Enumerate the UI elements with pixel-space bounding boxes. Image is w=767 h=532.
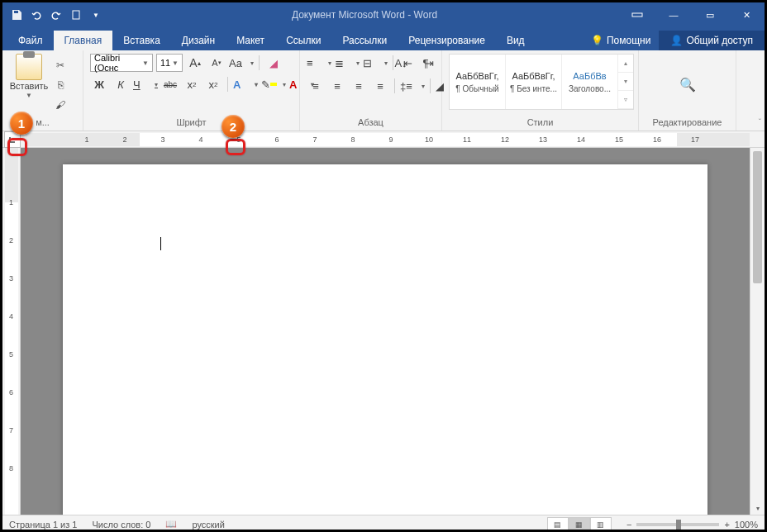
tab-mailings[interactable]: Рассылки	[331, 31, 398, 50]
cut-icon[interactable]: ✂	[52, 57, 69, 74]
italic-button[interactable]: К	[112, 75, 130, 93]
close-icon[interactable]: ✕	[728, 2, 765, 27]
ribbon-options-icon[interactable]	[619, 2, 655, 27]
format-painter-icon[interactable]: 🖌	[52, 97, 69, 113]
subscript-icon[interactable]: x2	[183, 75, 201, 93]
annotation-1: 1	[10, 112, 33, 135]
superscript-icon[interactable]: x2	[204, 75, 222, 93]
svg-rect-0	[73, 11, 79, 19]
zoom-level[interactable]: 100%	[735, 520, 758, 530]
grow-font-icon[interactable]: A▴	[186, 54, 204, 72]
text-cursor	[160, 237, 161, 250]
collapse-ribbon-icon[interactable]: ˇ	[759, 118, 761, 127]
tab-file[interactable]: Файл	[7, 31, 54, 50]
font-size-select[interactable]: 11▼	[156, 54, 183, 72]
annotation-ring-2	[226, 139, 245, 155]
tab-home[interactable]: Главная	[54, 31, 113, 50]
align-right-icon[interactable]: ≡	[350, 77, 368, 95]
status-page[interactable]: Страница 1 из 1	[9, 520, 77, 530]
read-mode-icon[interactable]: ▤	[547, 517, 569, 532]
status-proofing-icon[interactable]: 📖	[165, 519, 177, 530]
vertical-ruler[interactable]: 12345678	[2, 148, 21, 515]
gallery-up-icon[interactable]: ▴	[618, 55, 633, 73]
window-title: Документ Microsoft Word - Word	[110, 9, 619, 21]
paste-button[interactable]: Вставить ▼	[9, 54, 49, 116]
annotation-ring-1	[7, 138, 27, 156]
align-center-icon[interactable]: ≡	[328, 77, 346, 95]
justify-icon[interactable]: ≡	[371, 77, 389, 95]
multilevel-icon[interactable]: ⊟▾	[363, 54, 388, 72]
shrink-font-icon[interactable]: A▾	[207, 54, 226, 72]
undo-icon[interactable]	[27, 6, 45, 24]
copy-icon[interactable]: ⎘	[52, 77, 69, 93]
annotation-2: 2	[222, 115, 245, 138]
font-group-label: Шрифт	[90, 116, 293, 129]
font-family-select[interactable]: Calibri (Оснс▼	[90, 54, 153, 72]
bullets-icon[interactable]: ≡▾	[307, 54, 331, 72]
zoom-slider[interactable]	[636, 523, 719, 526]
scroll-down-icon[interactable]: ▾	[750, 501, 765, 515]
style-normal[interactable]: АаБбВвГг,¶ Обычный	[450, 55, 506, 109]
tab-insert[interactable]: Вставка	[112, 31, 171, 50]
zoom-out-icon[interactable]: −	[626, 520, 631, 530]
change-case-icon[interactable]: Aa▾	[229, 54, 254, 72]
tell-me[interactable]: 💡Помощни	[583, 31, 659, 50]
bold-button[interactable]: Ж	[90, 75, 108, 93]
editing-group-label: Редактирование	[653, 116, 722, 129]
styles-group-label: Стили	[449, 116, 631, 129]
web-layout-icon[interactable]: ▥	[590, 517, 612, 532]
sort-icon[interactable]: A↓	[388, 54, 413, 72]
clear-format-icon[interactable]: ◢	[264, 54, 283, 72]
find-icon[interactable]: 🔍	[679, 77, 696, 93]
highlight-icon[interactable]: ✎▾	[261, 75, 286, 93]
tab-view[interactable]: Вид	[496, 31, 536, 50]
text-effects-icon[interactable]: A▾	[233, 75, 258, 93]
tab-review[interactable]: Рецензирование	[398, 31, 496, 50]
numbering-icon[interactable]: ≣▾	[335, 54, 360, 72]
line-spacing-icon[interactable]: ‡≡▾	[400, 77, 425, 95]
bulb-icon: 💡	[591, 35, 603, 46]
maximize-icon[interactable]: ▭	[692, 2, 728, 27]
page[interactable]	[63, 164, 707, 515]
gallery-down-icon[interactable]: ▾	[618, 73, 633, 91]
status-language[interactable]: русский	[192, 520, 224, 530]
paste-icon	[16, 54, 42, 80]
print-layout-icon[interactable]: ▦	[569, 517, 590, 532]
scroll-thumb[interactable]	[753, 151, 762, 283]
save-icon[interactable]	[7, 6, 26, 24]
horizontal-ruler[interactable]: 1234567891011121314151617	[2, 131, 765, 148]
new-doc-icon[interactable]	[67, 6, 85, 24]
share-button[interactable]: 👤Общий доступ	[659, 31, 765, 50]
styles-gallery[interactable]: АаБбВвГг,¶ Обычный АаБбВвГг,¶ Без инте..…	[449, 54, 634, 110]
gallery-more-icon[interactable]: ▿	[618, 91, 633, 109]
style-no-spacing[interactable]: АаБбВвГг,¶ Без инте...	[506, 55, 562, 109]
document-area[interactable]	[21, 148, 750, 515]
show-marks-icon[interactable]: ¶	[417, 54, 435, 72]
tab-design[interactable]: Дизайн	[171, 31, 226, 50]
status-words[interactable]: Число слов: 0	[92, 520, 150, 530]
minimize-icon[interactable]: —	[655, 2, 692, 27]
style-heading1[interactable]: АаБбВвЗаголово...	[562, 55, 618, 109]
tab-layout[interactable]: Макет	[226, 31, 275, 50]
qat-dropdown-icon[interactable]: ▼	[87, 6, 105, 24]
zoom-in-icon[interactable]: +	[724, 520, 729, 530]
vertical-scrollbar[interactable]: ▴ ▾	[750, 148, 765, 515]
svg-rect-1	[632, 13, 642, 17]
redo-icon[interactable]	[47, 6, 65, 24]
share-icon: 👤	[670, 35, 683, 46]
paragraph-group-label: Абзац	[307, 116, 435, 129]
tab-references[interactable]: Ссылки	[275, 31, 331, 50]
strike-button[interactable]: abc	[161, 75, 179, 93]
align-left-icon[interactable]: ≡	[307, 77, 325, 95]
underline-button[interactable]: Ч▾	[133, 75, 158, 93]
